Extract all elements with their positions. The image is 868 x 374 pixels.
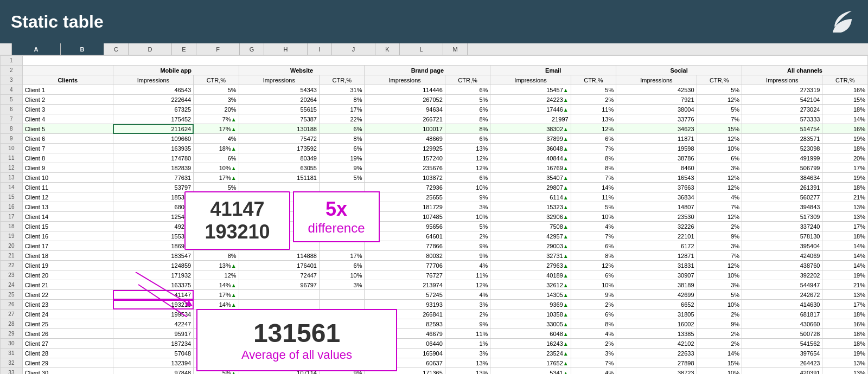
column-headers: A B C D E F G H I J K L M [0, 43, 868, 55]
group-allchannels: All channels [742, 66, 868, 75]
col-header-d: D [129, 43, 172, 55]
col-header-f: F [196, 43, 240, 55]
col-header-h: H [264, 43, 308, 55]
table-row: 21 Client 18 183547 8% 114888 17% 80032 … [1, 251, 868, 261]
table-row: 23 Client 20 171932 12% 72447 10% 76727 … [1, 270, 868, 280]
col-header-l: L [400, 43, 443, 55]
col-header-e: E [172, 43, 196, 55]
sub-brand-ctr: CTR,% [445, 75, 490, 85]
table-row: 31 Client 28 57048 21%▲ 128345 20% 16590… [1, 349, 868, 358]
table-row: 15 Client 12 185311 17% 25655 9% 6114▲ 1… [1, 192, 868, 202]
sub-mob-ctr: CTR,% [194, 75, 239, 85]
sub-web-ctr: CTR,% [319, 75, 364, 85]
table-row: 17 Client 14 125420 20% 107485 10% 32906… [1, 212, 868, 222]
col-header-b: B [61, 43, 104, 55]
table-row: 19 Client 16 155336 8% 64601 2% 42957▲ 7… [1, 231, 868, 241]
sub-all-imp: Impressions [742, 75, 822, 85]
sub-web-imp: Impressions [239, 75, 319, 85]
table-row: 7 Client 4 175452 7%▲ 75387 22% 266721 8… [1, 114, 868, 124]
table-row: 4 Client 1 46543 5% 54343 31% 114446 6% … [1, 85, 868, 95]
group-social: Social [616, 66, 742, 75]
data-table: 1 2 Mobile app Website Brand page Email … [0, 55, 868, 374]
table-row: 10 Client 7 163935 18%▲ 173592 6% 129925… [1, 144, 868, 153]
col-header-m: M [443, 43, 468, 55]
col-header-i: I [308, 43, 332, 55]
sub-social-ctr: CTR,% [697, 75, 742, 85]
table-row: 12 Client 9 182839 10%▲ 63055 9% 235676 … [1, 163, 868, 173]
col-header-a: A [12, 43, 61, 55]
table-row: 3 Clients Impressions CTR,% Impressions … [1, 75, 868, 85]
col-header-c: C [104, 43, 129, 55]
table-row: 30 Client 27 187234 10%▲ 06440 1% 16243▲… [1, 339, 868, 349]
group-clients [22, 66, 113, 75]
table-row: 1 [1, 56, 868, 66]
table-row: 11 Client 8 174780 6% 80349 19% 157240 1… [1, 153, 868, 163]
sub-mob-imp: Impressions [113, 75, 193, 85]
table-row: 32 Client 29 132394 12%▲ 25842 17% 60637… [1, 358, 868, 368]
corner-cell [0, 43, 12, 55]
table-row: 9 Client 6 109660 4% 75472 8% 48669 6% 3… [1, 134, 868, 144]
table-row: 24 Client 21 163375 14%▲ 96797 3% 213974… [1, 280, 868, 290]
table-row: 2 Mobile app Website Brand page Email So… [1, 66, 868, 75]
table-row: 27 Client 24 199534 17%▲ 266841 2% 10358… [1, 309, 868, 319]
table-container[interactable]: 1 2 Mobile app Website Brand page Email … [0, 55, 868, 374]
table-row: 8 Client 5 211624 17%▲ 130188 6% 100017 … [1, 124, 868, 134]
sub-email-ctr: CTR,% [571, 75, 616, 85]
sub-clients: Clients [22, 75, 113, 85]
col-header-g: G [240, 43, 264, 55]
table-row: 20 Client 17 186988 7% 77866 9% 29003▲ 6… [1, 241, 868, 251]
table-row: 5 Client 2 222644 3% 20264 8% 267052 5% … [1, 95, 868, 105]
sub-all-ctr: CTR,% [822, 75, 868, 85]
table-row: 6 Client 3 67325 20% 55615 17% 94634 6% … [1, 105, 868, 114]
table-row: 25 Client 22 41147 17%▲ 57245 4% 14305▲ … [1, 290, 868, 300]
page-title: Static table [11, 12, 104, 32]
table-row: 22 Client 19 124859 13%▲ 176401 6% 77706… [1, 261, 868, 270]
col-header-k: K [375, 43, 400, 55]
row-num: 3 [1, 75, 23, 85]
leaf-icon [830, 8, 857, 35]
row-num: 2 [1, 66, 23, 75]
table-row: 26 Client 23 193210 14%▲ 93193 3% 9369▲ … [1, 300, 868, 309]
sub-brand-imp: Impressions [365, 75, 445, 85]
sub-email-imp: Impressions [490, 75, 571, 85]
row-num: 1 [1, 56, 23, 66]
table-row: 16 Client 13 68028 13% 181729 3% 15323▲ … [1, 202, 868, 212]
table-row: 29 Client 26 95917 13%▲ 46679 11% 6048▲ … [1, 329, 868, 339]
group-email: Email [490, 66, 616, 75]
group-mobile: Mobile app [113, 66, 239, 75]
sub-social-imp: Impressions [616, 75, 697, 85]
group-brand: Brand page [365, 66, 490, 75]
table-row: 14 Client 11 53797 5% 72936 10% 29807▲ 1… [1, 183, 868, 192]
table-row: 13 Client 10 77631 17%▲ 151181 5% 103872… [1, 173, 868, 183]
spreadsheet-area: A B C D E F G H I J K L M [0, 43, 868, 374]
col-header-j: J [332, 43, 375, 55]
group-website: Website [239, 66, 365, 75]
page-header: Static table [0, 0, 868, 43]
table-row: 18 Client 15 49223 4% 95656 5% 7508▲ 4% … [1, 222, 868, 231]
table-row: 28 Client 25 42247 8%▲ 82593 9% 33005▲ 8… [1, 319, 868, 329]
table-row: 33 Client 30 97848 5%▲ 107114 9% 171365 … [1, 368, 868, 375]
